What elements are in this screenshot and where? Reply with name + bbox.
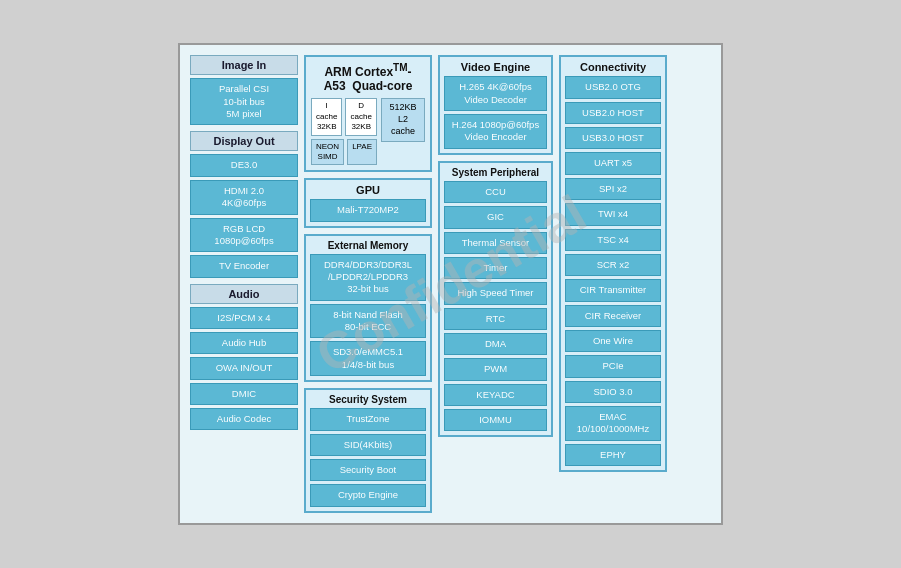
parallel-csi: Parallel CSI10-bit bus5M pixel bbox=[219, 83, 269, 119]
trustzone-block: TrustZone bbox=[310, 408, 426, 430]
ephy-block: EPHY bbox=[565, 444, 661, 466]
middle-left-column: ARM CortexTM-A53 Quad-core I cache32KB D… bbox=[304, 55, 432, 512]
audiocodec-block: Audio Codec bbox=[190, 408, 298, 430]
ddr-block: DDR4/DDR3/DDR3L/LPDDR2/LPDDR332-bit bus bbox=[310, 254, 426, 301]
nand-block: 8-bit Nand Flash80-bit ECC bbox=[310, 304, 426, 339]
lpae-box: LPAE bbox=[347, 139, 377, 166]
iommu-block: IOMMU bbox=[444, 409, 547, 431]
uart-block: UART x5 bbox=[565, 152, 661, 174]
gpu-block: GPU Mali-T720MP2 bbox=[304, 178, 432, 227]
audio-section: Audio I2S/PCM x 4 Audio Hub OWA IN/OUT D… bbox=[190, 284, 298, 431]
sid-block: SID(4Kbits) bbox=[310, 434, 426, 456]
rtc-block: RTC bbox=[444, 308, 547, 330]
neon-lpae-row: NEONSIMD LPAE bbox=[311, 139, 377, 166]
timer-block: Timer bbox=[444, 257, 547, 279]
ccu-block: CCU bbox=[444, 181, 547, 203]
h265-block: H.265 4K@60fpsVideo Decoder bbox=[444, 76, 547, 111]
audio-header: Audio bbox=[190, 284, 298, 304]
image-in-block: Parallel CSI10-bit bus5M pixel bbox=[190, 78, 298, 125]
spi-block: SPI x2 bbox=[565, 178, 661, 200]
de3-block: DE3.0 bbox=[190, 154, 298, 176]
chip-diagram: Confidential Image In Parallel CSI10-bit… bbox=[178, 43, 723, 524]
sdio-block: SDIO 3.0 bbox=[565, 381, 661, 403]
cirrx-block: CIR Receiver bbox=[565, 305, 661, 327]
connectivity-block: Connectivity USB2.0 OTG USB2.0 HOST USB3… bbox=[559, 55, 667, 472]
tsc-block: TSC x4 bbox=[565, 229, 661, 251]
dma-block: DMA bbox=[444, 333, 547, 355]
video-engine-block: Video Engine H.265 4K@60fpsVideo Decoder… bbox=[438, 55, 553, 154]
scr-block: SCR x2 bbox=[565, 254, 661, 276]
hstimer-block: High Speed Timer bbox=[444, 282, 547, 304]
neon-box: NEONSIMD bbox=[311, 139, 344, 166]
periph-title: System Peripheral bbox=[444, 167, 547, 178]
connectivity-title: Connectivity bbox=[565, 61, 661, 73]
keyadc-block: KEYADC bbox=[444, 384, 547, 406]
icache-box: I cache32KB bbox=[311, 98, 342, 135]
audiohub-block: Audio Hub bbox=[190, 332, 298, 354]
arm-title: ARM CortexTM-A53 Quad-core bbox=[311, 62, 425, 93]
secboot-block: Security Boot bbox=[310, 459, 426, 481]
pcie-block: PCIe bbox=[565, 355, 661, 377]
dmic-block: DMIC bbox=[190, 383, 298, 405]
cirtx-block: CIR Transmitter bbox=[565, 279, 661, 301]
crypto-block: Crypto Engine bbox=[310, 484, 426, 506]
arm-inner: I cache32KB D cache32KB NEONSIMD LPAE 51… bbox=[311, 98, 425, 165]
onewire-block: One Wire bbox=[565, 330, 661, 352]
gpu-title: GPU bbox=[310, 184, 426, 196]
i2s-block: I2S/PCM x 4 bbox=[190, 307, 298, 329]
left-column: Image In Parallel CSI10-bit bus5M pixel … bbox=[190, 55, 298, 512]
usb2host-block: USB2.0 HOST bbox=[565, 102, 661, 124]
arm-cortex-block: ARM CortexTM-A53 Quad-core I cache32KB D… bbox=[304, 55, 432, 172]
emmc-block: SD3.0/eMMC5.11/4/8-bit bus bbox=[310, 341, 426, 376]
security-title: Security System bbox=[310, 394, 426, 405]
hdmi-block: HDMI 2.04K@60fps bbox=[190, 180, 298, 215]
dcache-box: D cache32KB bbox=[345, 98, 377, 135]
security-block: Security System TrustZone SID(4Kbits) Se… bbox=[304, 388, 432, 512]
l2-box: 512KB L2 cache bbox=[381, 98, 425, 141]
display-out-section: Display Out DE3.0 HDMI 2.04K@60fps RGB L… bbox=[190, 131, 298, 277]
extmem-block: External Memory DDR4/DDR3/DDR3L/LPDDR2/L… bbox=[304, 234, 432, 382]
tvenc-block: TV Encoder bbox=[190, 255, 298, 277]
periph-block: System Peripheral CCU GIC Thermal Sensor… bbox=[438, 161, 553, 437]
rgblcd-block: RGB LCD1080p@60fps bbox=[190, 218, 298, 253]
twi-block: TWI x4 bbox=[565, 203, 661, 225]
middle-right-column: Video Engine H.265 4K@60fpsVideo Decoder… bbox=[438, 55, 553, 512]
usb2otg-block: USB2.0 OTG bbox=[565, 76, 661, 98]
connectivity-column: Connectivity USB2.0 OTG USB2.0 HOST USB3… bbox=[559, 55, 667, 512]
video-title: Video Engine bbox=[444, 61, 547, 73]
pwm-block: PWM bbox=[444, 358, 547, 380]
arm-cache-area: I cache32KB D cache32KB NEONSIMD LPAE bbox=[311, 98, 377, 165]
thermal-block: Thermal Sensor bbox=[444, 232, 547, 254]
usb3host-block: USB3.0 HOST bbox=[565, 127, 661, 149]
cache-row: I cache32KB D cache32KB bbox=[311, 98, 377, 135]
display-out-header: Display Out bbox=[190, 131, 298, 151]
extmem-title: External Memory bbox=[310, 240, 426, 251]
gic-block: GIC bbox=[444, 206, 547, 228]
image-in-header: Image In bbox=[190, 55, 298, 75]
mali-block: Mali-T720MP2 bbox=[310, 199, 426, 221]
owa-block: OWA IN/OUT bbox=[190, 357, 298, 379]
image-in-section: Image In Parallel CSI10-bit bus5M pixel bbox=[190, 55, 298, 125]
h264-block: H.264 1080p@60fpsVideo Encoder bbox=[444, 114, 547, 149]
emac-block: EMAC10/100/1000MHz bbox=[565, 406, 661, 441]
